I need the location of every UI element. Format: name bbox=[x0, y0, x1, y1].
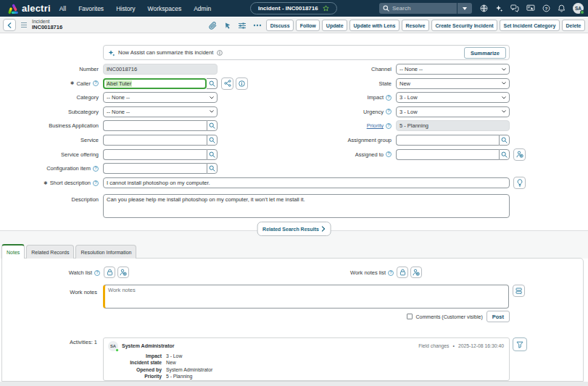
lightbulb-button[interactable] bbox=[513, 177, 526, 189]
subcategory-select[interactable]: -- None -- bbox=[103, 106, 218, 117]
tab-resolution-information[interactable]: Resolution Information bbox=[75, 245, 136, 259]
work-notes-list-help-icon[interactable]: ? bbox=[388, 270, 394, 276]
configuration-item-help-icon[interactable]: ? bbox=[93, 166, 99, 172]
short-description-row: ✱Short description? bbox=[29, 177, 510, 188]
field-description bbox=[103, 194, 510, 218]
share-button[interactable] bbox=[221, 77, 233, 90]
personalize-sliders-icon[interactable] bbox=[236, 22, 249, 30]
nav-item-history[interactable]: History bbox=[116, 5, 135, 12]
set-incident-category-button[interactable]: Set Incident Category bbox=[500, 20, 560, 31]
search-scope-dropdown[interactable] bbox=[457, 3, 472, 14]
global-search[interactable]: Search bbox=[379, 3, 472, 14]
priority-label[interactable]: Priority bbox=[367, 122, 384, 129]
activity-filter-button[interactable] bbox=[513, 337, 527, 351]
caller-input[interactable]: Abel Tuter bbox=[103, 78, 207, 89]
post-button[interactable]: Post bbox=[486, 311, 510, 322]
favorite-star-icon[interactable] bbox=[323, 5, 329, 12]
discuss-button[interactable]: Discuss bbox=[266, 20, 294, 31]
virtual-agent-icon[interactable] bbox=[526, 4, 535, 12]
assigned-to-help-icon[interactable]: ? bbox=[386, 151, 392, 157]
watch-list-add-person-button[interactable] bbox=[117, 267, 129, 278]
business-application-input[interactable] bbox=[103, 120, 207, 131]
resolve-button[interactable]: Resolve bbox=[402, 20, 429, 31]
nav-item-all[interactable]: All bbox=[59, 5, 66, 12]
user-avatar[interactable]: SA bbox=[573, 3, 584, 14]
summarize-button[interactable]: Summarize bbox=[464, 47, 506, 59]
watch-list-lock-button[interactable] bbox=[104, 267, 115, 278]
field-label-urgency: Urgency? bbox=[222, 106, 392, 117]
service-lookup-button[interactable] bbox=[207, 135, 218, 146]
urgency-help-icon[interactable]: ? bbox=[386, 109, 392, 114]
description-textarea[interactable] bbox=[103, 194, 510, 218]
short-description-help-icon[interactable]: ? bbox=[93, 180, 99, 186]
update-button[interactable]: Update bbox=[322, 20, 347, 31]
configuration-item-lookup-button[interactable] bbox=[207, 163, 218, 174]
business-application-lookup-button[interactable] bbox=[207, 120, 218, 131]
assignment-group-lookup-button[interactable] bbox=[499, 135, 510, 146]
ai-sparkle-icon[interactable] bbox=[495, 4, 503, 12]
category-select[interactable]: -- None -- bbox=[103, 92, 218, 103]
create-security-incident-button[interactable]: Create Security Incident bbox=[431, 20, 497, 31]
work-notes-input[interactable] bbox=[103, 285, 509, 309]
assigned-to-lookup-button[interactable] bbox=[499, 149, 510, 160]
impact-help-icon[interactable]: ? bbox=[386, 95, 392, 101]
search-placeholder: Search bbox=[392, 5, 457, 12]
service-offering-input[interactable] bbox=[103, 149, 207, 160]
watch-list-help-icon[interactable]: ? bbox=[94, 270, 100, 276]
back-button[interactable] bbox=[3, 19, 16, 31]
field-label-assigned-to: Assigned to? bbox=[222, 149, 392, 160]
configuration-item-label: Configuration item bbox=[46, 165, 91, 172]
nav-item-workspaces[interactable]: Workspaces bbox=[148, 5, 182, 12]
form-context-menu-icon[interactable] bbox=[21, 22, 27, 28]
chat-icon[interactable] bbox=[510, 4, 519, 12]
activity-timestamp: 2025-12-08 16:30:40 bbox=[458, 343, 504, 348]
tab-related-records[interactable]: Related Records bbox=[26, 245, 74, 259]
activity-entry: SA System Administrator Field changes • … bbox=[103, 337, 510, 381]
field-urgency: 3 - Low bbox=[396, 106, 510, 117]
comments-checkbox[interactable] bbox=[407, 314, 413, 319]
select-chevron-icon bbox=[502, 82, 506, 85]
follow-button[interactable]: Follow bbox=[296, 20, 320, 31]
assigned-to-input[interactable] bbox=[396, 149, 499, 160]
tab-notes[interactable]: Notes bbox=[1, 244, 25, 259]
lock-icon bbox=[107, 269, 113, 276]
state-select[interactable]: New bbox=[396, 78, 510, 89]
service-input[interactable] bbox=[103, 135, 207, 146]
activity-cursor-icon[interactable] bbox=[221, 22, 233, 30]
brand-name: alectri bbox=[22, 3, 51, 14]
work-notes-lock-button[interactable] bbox=[397, 267, 408, 278]
impact-select[interactable]: 3 - Low bbox=[396, 92, 510, 103]
person-add-button[interactable] bbox=[513, 148, 526, 161]
related-search-results-button[interactable]: Related Search Results bbox=[257, 222, 331, 236]
caller-reference-field: Abel Tuter bbox=[103, 78, 218, 89]
attachment-paperclip-icon[interactable] bbox=[207, 22, 219, 30]
info-button[interactable] bbox=[236, 77, 248, 90]
caller-lookup-button[interactable] bbox=[207, 78, 218, 89]
channel-select[interactable]: -- None -- bbox=[396, 64, 510, 75]
field-label-subcategory: Subcategory bbox=[29, 106, 99, 117]
now-assist-sparkle-icon bbox=[108, 49, 115, 56]
urgency-select[interactable]: 3 - Low bbox=[396, 106, 510, 117]
more-options-icon[interactable] bbox=[251, 24, 264, 27]
chevron-left-icon bbox=[7, 22, 12, 28]
priority-help-icon[interactable]: ? bbox=[386, 123, 392, 129]
nav-item-favorites[interactable]: Favorites bbox=[78, 5, 104, 12]
configuration-item-input[interactable] bbox=[103, 163, 207, 174]
globe-icon[interactable] bbox=[480, 4, 488, 12]
update-with-lens-button[interactable]: Update with Lens bbox=[349, 20, 399, 31]
assignment-group-input[interactable] bbox=[396, 135, 499, 146]
context-record-pill[interactable]: Incident - INC0018716 bbox=[250, 2, 337, 14]
caller-help-icon[interactable]: ? bbox=[93, 80, 99, 86]
info-circle-icon[interactable] bbox=[217, 50, 223, 56]
help-icon[interactable]: ? bbox=[542, 4, 550, 12]
short-description-input[interactable] bbox=[103, 177, 510, 188]
brand-logo[interactable]: alectri bbox=[7, 3, 51, 14]
notifications-bell-icon[interactable] bbox=[558, 4, 566, 12]
activity-stream-button[interactable] bbox=[513, 285, 525, 297]
activity-avatar-initials: SA bbox=[110, 344, 116, 348]
service-offering-lookup-button[interactable] bbox=[207, 149, 218, 160]
nav-item-admin[interactable]: Admin bbox=[194, 5, 211, 12]
service-offering-label: Service offering bbox=[61, 151, 99, 158]
work-notes-add-person-button[interactable] bbox=[410, 267, 422, 278]
delete-button[interactable]: Delete bbox=[562, 20, 585, 31]
